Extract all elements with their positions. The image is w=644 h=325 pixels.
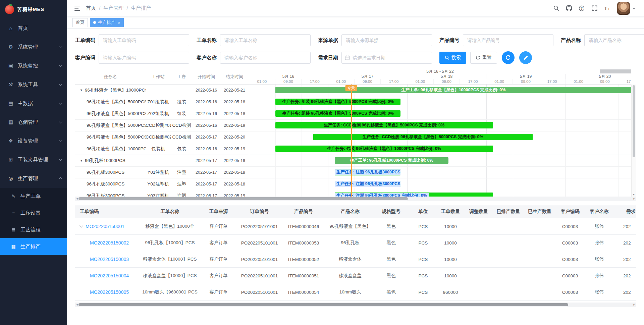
filter-field-label: 工单名称 <box>197 37 217 44</box>
sidebar-subitem[interactable]: ✎生产工单 <box>0 188 67 205</box>
tab-close-icon[interactable]: × <box>118 20 120 25</box>
order-cell-cust_code: C00003 <box>555 273 585 278</box>
reset-button-label: 重置 <box>482 55 492 61</box>
scrollbar-thumb[interactable] <box>633 85 635 157</box>
filter-field: 来源单据 <box>318 34 432 46</box>
scroll-left-icon[interactable]: ◂ <box>76 197 78 201</box>
orders-table-header: 工单编码工单名称工单来源订单编号产品编号产品名称规格型号单位工单数量调整数量已排… <box>75 205 636 218</box>
table-horizontal-scrollbar[interactable]: ◂ ▸ <box>75 303 636 307</box>
tab-home[interactable]: 首页 <box>72 18 88 27</box>
order-row[interactable]: MO202205150001移液盒【黑色】10000个客户订单PO2022051… <box>75 218 636 235</box>
gantt-bar[interactable]: 生产任务: CCD检测 96孔移液盒【黑色】5000PCS 完成比例: 0% <box>313 134 533 140</box>
gantt-process: 组装 <box>171 111 193 117</box>
gantt-task-row[interactable]: 96孔移液盒【黑色】5000PCSCCD检测#02CCD检测2022-05-17… <box>75 131 249 143</box>
order-cell-product: 移液盒盒盖 <box>328 273 373 279</box>
filter-input[interactable] <box>220 52 311 64</box>
scroll-left-icon[interactable]: ◂ <box>76 303 78 307</box>
sidebar-item[interactable]: ▤主数据 <box>0 94 67 113</box>
sidebar-subitem[interactable]: ≣工艺流程 <box>0 221 67 238</box>
gantt-task-row[interactable]: 96孔移液盒【黑色】5000PCSCCD检测#01CCD检测2022-05-16… <box>75 120 249 131</box>
sidebar-subitem[interactable]: ≡工序设置 <box>0 205 67 221</box>
filter-input[interactable] <box>99 34 189 46</box>
work-order-link[interactable]: MO202205150001 <box>86 224 124 229</box>
sidebar-item[interactable]: ▣系统监控 <box>0 56 67 75</box>
sidebar-item[interactable]: ◎生产管理 <box>0 169 67 188</box>
scroll-right-icon[interactable]: ▸ <box>633 303 635 307</box>
reset-button[interactable]: 重置 <box>470 52 497 64</box>
avatar-dropdown-caret[interactable] <box>633 8 635 11</box>
gantt-bar[interactable]: 生产任务: 组装 96孔移液盒【黑色】5000PCS 完成比例: 0% <box>275 110 401 117</box>
order-cell-demand: 202 <box>614 240 636 246</box>
gantt-task-row[interactable]: 96孔孔板3000PCSY03注塑机注塑2022-05-172022-05-19 <box>75 190 249 197</box>
gantt-task-row[interactable]: 96孔移液盒【黑色】5000PCSZ01组装机组装2022-05-162022-… <box>75 96 249 108</box>
work-order-link[interactable]: MO202205150005 <box>90 289 129 295</box>
gantt-task-row[interactable]: 96孔孔板3000PCSY01注塑机注塑2022-05-172022-05-18 <box>75 167 249 178</box>
github-icon[interactable] <box>563 2 575 14</box>
gantt-task-row[interactable]: 96孔移液盒【黑色】5000PCSZ02组装机组装2022-05-162022-… <box>75 108 249 120</box>
sidebar-collapse-icon[interactable] <box>71 2 83 14</box>
work-order-link[interactable]: MO202205150002 <box>90 240 129 246</box>
sidebar-item[interactable]: ▦仓储管理 <box>0 113 67 131</box>
help-icon[interactable]: ? <box>576 2 588 14</box>
gantt-time-label: 17:00 <box>381 79 407 84</box>
scroll-right-icon[interactable]: ▸ <box>633 197 635 201</box>
sidebar-item[interactable]: ⚙系统管理 <box>0 38 67 56</box>
filter-input[interactable] <box>463 34 553 46</box>
scrollbar-thumb[interactable] <box>78 197 408 200</box>
breadcrumb-production-management[interactable]: 生产管理 <box>103 5 123 11</box>
gantt-task-row[interactable]: ▼96孔移液盒【黑色】10000PCS2022-05-162022-05-21 <box>75 85 249 96</box>
edit-button[interactable] <box>519 51 532 64</box>
gantt-task-row[interactable]: 96孔孔板3000PCSY02注塑机注塑2022-05-172022-05-18 <box>75 178 249 190</box>
user-avatar[interactable] <box>617 2 630 15</box>
expand-arrow-icon[interactable]: ▼ <box>80 89 83 92</box>
gantt-horizontal-scrollbar[interactable]: ◂ ▸ <box>75 197 636 201</box>
gantt-bar[interactable]: 生产任务: 包装 96孔移液盒【黑色】10000PCS 完成比例: 0% <box>275 146 493 152</box>
gantt-bar[interactable]: 生产任务: 注塑 96孔孔板3000PCS 完成比例: 0% <box>335 181 401 187</box>
gear-icon: ⚙ <box>7 44 15 50</box>
order-cell-code: MO202205150001 <box>75 224 142 229</box>
scroll-down-icon[interactable]: ▾ <box>632 193 636 197</box>
filter-input[interactable] <box>220 34 311 46</box>
breadcrumb-home[interactable]: 首页 <box>86 5 96 11</box>
refresh-button[interactable] <box>502 51 515 64</box>
gantt-column-header: 结束时间 <box>220 74 249 80</box>
filter-input[interactable] <box>584 34 644 46</box>
gantt-bar[interactable]: 生产任务: CCD检测 96孔移液盒【黑色】5000PCS 完成比例: 0% <box>275 122 493 128</box>
gantt-vertical-scrollbar[interactable]: ▾ <box>631 85 636 197</box>
sidebar-item[interactable]: ⌂首页 <box>0 19 67 38</box>
gantt-task-row[interactable]: 96孔移液盒【黑色】10000PCS包装机包装2022-05-162022-05… <box>75 143 249 155</box>
order-row[interactable]: MO202205150004移液盒盒盖【10000】PCS客户订单PO20220… <box>75 268 636 284</box>
font-size-icon[interactable]: TT <box>601 2 613 14</box>
order-cell-name: 移液盒盒盖【10000】PCS <box>142 273 198 279</box>
order-row[interactable]: MO202205150003移液盒盒体【10000】PCS客户订单PO20220… <box>75 251 636 268</box>
expand-chevron-icon[interactable] <box>79 224 83 227</box>
order-row[interactable]: MO20220515000510mm吸头【960000】PCS客户订单PO202… <box>75 284 636 301</box>
orders-table: 工单编码工单名称工单来源订单编号产品编号产品名称规格型号单位工单数量调整数量已排… <box>75 205 636 301</box>
search-button[interactable]: 搜索 <box>439 52 466 64</box>
filter-input[interactable] <box>341 52 432 64</box>
filter-input[interactable] <box>341 34 432 46</box>
gantt-start-time: 2022-05-17 <box>193 135 220 140</box>
work-order-link[interactable]: MO202205150004 <box>90 273 129 278</box>
filter-input[interactable] <box>99 52 189 64</box>
tab-production-scheduling[interactable]: 生产排产 × <box>90 18 124 27</box>
expand-arrow-icon[interactable]: ▼ <box>80 159 83 162</box>
order-cell-order_no: PO202205101001 <box>239 240 279 246</box>
gantt-bar[interactable]: 生产任务: 注塑 96孔孔板3000PCS 完成比例: 0% <box>335 193 493 197</box>
sidebar-item[interactable]: ⚒系统工具 <box>0 75 67 94</box>
gantt-bar[interactable]: 生产工单: 96孔移液盒【黑色】10000PCS 完成比例: 0% <box>275 87 631 93</box>
gantt-bar[interactable]: 生产任务: 注塑 96孔孔板3000PCS 完成比例: 0% <box>335 169 401 175</box>
sidebar-item[interactable]: ❖设备管理 <box>0 131 67 150</box>
filter-field-label: 产品名称 <box>561 37 581 44</box>
column-header: 单位 <box>410 209 437 215</box>
fullscreen-icon[interactable] <box>588 2 600 14</box>
work-order-link[interactable]: MO202205150003 <box>90 257 129 262</box>
gantt-task-row[interactable]: ▼96孔孔板10000PCS2022-05-172022-05-19 <box>75 155 249 167</box>
sidebar-subitem[interactable]: ▦生产排产 <box>0 238 67 255</box>
order-row[interactable]: MO20220515000296孔孔板【10000】PCS客户订单PO20220… <box>75 235 636 251</box>
sidebar-menu: ⌂首页⚙系统管理▣系统监控⚒系统工具▤主数据▦仓储管理❖设备管理⊞工装夹具管理◎… <box>0 19 67 255</box>
sidebar-item[interactable]: ⊞工装夹具管理 <box>0 150 67 169</box>
search-icon[interactable] <box>550 2 562 14</box>
scrollbar-thumb[interactable] <box>78 303 568 306</box>
gantt-bar[interactable]: 生产任务: 组装 96孔移液盒【黑色】5000PCS 完成比例: 0% <box>275 99 401 105</box>
